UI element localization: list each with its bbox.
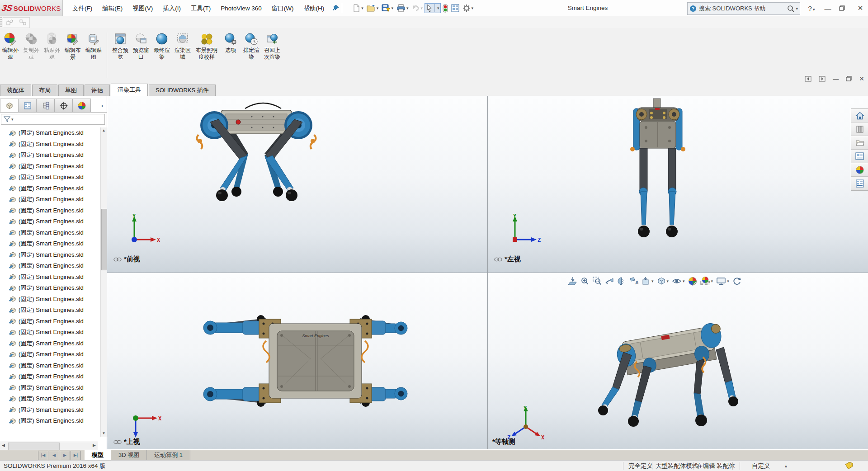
custom-dropdown-arrow[interactable]: ▴	[785, 461, 787, 471]
viewport-left[interactable]: Y Z *左视	[488, 96, 868, 273]
tree-item[interactable]: (固定) Smart Engines.sld	[0, 238, 100, 250]
annotation-views-button[interactable]: A	[629, 277, 638, 286]
tab-configuration-manager[interactable]	[37, 99, 55, 113]
tree-item[interactable]: (固定) Smart Engines.sld	[0, 393, 100, 405]
command-tab[interactable]: 布局	[32, 85, 57, 96]
next-tab-button[interactable]: ▶	[60, 451, 70, 460]
tree-item[interactable]: (固定) Smart Engines.sld	[0, 194, 100, 205]
menu-item[interactable]: 视图(V)	[127, 0, 158, 16]
command-tab[interactable]: 装配体	[0, 85, 31, 96]
graphics-area[interactable]: Y X *前视	[107, 96, 868, 449]
hide-show-items-button[interactable]: ▾	[672, 277, 685, 286]
pane-right-icon[interactable]	[819, 76, 826, 82]
toolbar-grip[interactable]	[0, 17, 2, 27]
tag-icon[interactable]	[844, 462, 853, 470]
scroll-down-arrow[interactable]: ▼	[101, 430, 107, 437]
tree-item[interactable]: (固定) Smart Engines.sld	[0, 150, 100, 161]
doc-close-icon[interactable]: ✕	[859, 75, 864, 82]
restore-button[interactable]	[839, 5, 849, 11]
interference-traffic-light-icon[interactable]	[441, 3, 449, 14]
final-render-button[interactable]: 最终渲染	[152, 32, 172, 61]
last-tab-button[interactable]: ▶|	[71, 451, 81, 460]
menu-item[interactable]: PhotoView 360	[216, 0, 267, 16]
report-options-button[interactable]	[450, 3, 461, 13]
tree-item[interactable]: (固定) Smart Engines.sld	[0, 172, 100, 183]
menu-item[interactable]: 窗口(W)	[267, 0, 299, 16]
render-options-button[interactable]: 选项	[221, 32, 241, 54]
tree-item[interactable]: (固定) Smart Engines.sld	[0, 183, 100, 194]
command-tab[interactable]: 草图	[58, 85, 84, 96]
tab-property-manager[interactable]	[19, 99, 37, 113]
tree-item[interactable]: (固定) Smart Engines.sld	[0, 382, 100, 394]
tree-item[interactable]: (固定) Smart Engines.sld	[0, 205, 100, 217]
zoom-fit-button[interactable]	[580, 277, 590, 286]
panel-tab-overflow[interactable]: ›	[91, 99, 107, 112]
tab-solidworks-resources[interactable]	[851, 109, 868, 122]
tree-item[interactable]: (固定) Smart Engines.sld	[0, 371, 100, 382]
doc-restore-icon[interactable]	[846, 76, 852, 81]
menu-item[interactable]: 编辑(E)	[97, 0, 127, 16]
pin-icon[interactable]	[332, 5, 339, 12]
tree-item[interactable]: (固定) Smart Engines.sld	[0, 127, 100, 139]
undo-button[interactable]: ▾	[410, 3, 424, 13]
command-tab[interactable]: SOLIDWORKS 插件	[149, 85, 216, 96]
menu-item[interactable]: 工具(T)	[186, 0, 216, 16]
tree-item[interactable]: (固定) Smart Engines.sld	[0, 316, 100, 327]
smart-fasteners-icon[interactable]	[6, 19, 14, 26]
command-tab[interactable]: 评估	[85, 85, 110, 96]
rotate-view-button[interactable]	[732, 277, 741, 286]
tree-item[interactable]: (固定) Smart Engines.sld	[0, 327, 100, 338]
print-button[interactable]: ▾	[395, 3, 410, 13]
tree-item[interactable]: (固定) Smart Engines.sld	[0, 227, 100, 239]
select-tool-button[interactable]: ▾	[425, 3, 441, 13]
tree-item[interactable]: (固定) Smart Engines.sld	[0, 305, 100, 316]
integrated-preview-button[interactable]: 整合预览	[110, 32, 130, 61]
tree-item[interactable]: (固定) Smart Engines.sld	[0, 250, 100, 261]
tree-item[interactable]: (固定) Smart Engines.sld	[0, 161, 100, 172]
tree-item[interactable]: (固定) Smart Engines.sld	[0, 405, 100, 416]
recall-last-render-button[interactable]: 召回上次渲染	[262, 32, 282, 61]
close-button[interactable]: ✕	[855, 4, 865, 12]
tree-vertical-scrollbar[interactable]: ▲ ▼	[100, 127, 107, 437]
tree-item[interactable]: (固定) Smart Engines.sld	[0, 216, 100, 227]
menu-item[interactable]: 插入(I)	[158, 0, 186, 16]
tree-item[interactable]: (固定) Smart Engines.sld	[0, 415, 100, 427]
tab-dimxpert-manager[interactable]	[55, 99, 73, 113]
tree-item[interactable]: (固定) Smart Engines.sld	[0, 272, 100, 283]
tab-design-library[interactable]	[851, 122, 868, 136]
doc-tab[interactable]: 模型	[85, 450, 111, 461]
view-normal-button[interactable]	[568, 277, 577, 286]
viewport-top[interactable]: Smart Engines X Z *上视	[107, 273, 487, 449]
edit-appearance-button[interactable]	[688, 277, 697, 286]
doc-minimize-icon[interactable]: —	[833, 75, 839, 82]
viewport-front[interactable]: Y X *前视	[107, 96, 487, 273]
preview-window-button[interactable]: 预览窗口	[131, 32, 151, 61]
apply-scene-button[interactable]: ▾	[700, 277, 713, 286]
minimize-button[interactable]: —	[823, 5, 833, 12]
tree-item[interactable]: (固定) Smart Engines.sld	[0, 260, 100, 272]
tab-display-manager[interactable]	[73, 99, 91, 113]
tab-appearances-scenes[interactable]	[851, 163, 868, 177]
save-button[interactable]: ▾	[380, 3, 395, 13]
tree-item[interactable]: (固定) Smart Engines.sld	[0, 338, 100, 349]
edit-appearance-button[interactable]: 编辑外观	[0, 32, 20, 61]
help-button[interactable]: ?▾	[807, 5, 816, 12]
tree-item[interactable]: (固定) Smart Engines.sld	[0, 283, 100, 294]
new-document-button[interactable]: ▾	[351, 3, 365, 13]
menu-item[interactable]: 帮助(H)	[299, 0, 330, 16]
first-tab-button[interactable]: |◀	[38, 451, 48, 460]
exploded-view-icon[interactable]	[19, 19, 27, 26]
scroll-left-arrow[interactable]: ◀	[2, 443, 5, 447]
scrollbar-thumb[interactable]	[101, 209, 107, 270]
tree-item[interactable]: (固定) Smart Engines.sld	[0, 294, 100, 305]
tab-feature-manager[interactable]	[0, 99, 19, 113]
tree-filter-box[interactable]: ▾	[1, 114, 105, 125]
custom-status-dropdown[interactable]: 自定义	[752, 461, 770, 471]
doc-tab[interactable]: 3D 视图	[111, 450, 147, 461]
scene-illumination-proof-button[interactable]: 布景照明度校样	[193, 32, 220, 61]
hscrollbar-thumb[interactable]	[8, 443, 60, 450]
tree-item[interactable]: (固定) Smart Engines.sld	[0, 139, 100, 150]
scroll-right-arrow[interactable]: ▶	[93, 443, 96, 447]
command-tab[interactable]: 渲染工具	[111, 84, 148, 96]
tree-item[interactable]: (固定) Smart Engines.sld	[0, 360, 100, 372]
